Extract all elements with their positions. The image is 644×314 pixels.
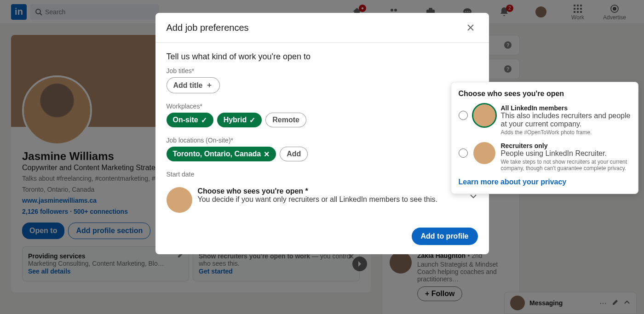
job-titles-label: Job titles* bbox=[167, 67, 478, 74]
learn-more-link[interactable]: Learn more about your privacy bbox=[459, 178, 567, 186]
start-date-label: Start date bbox=[167, 171, 478, 178]
job-preferences-modal: Add job preferences Tell us what kind of… bbox=[155, 13, 489, 254]
avatar-icon bbox=[473, 142, 495, 164]
option-title: All LinkedIn members bbox=[501, 104, 631, 112]
location-chip[interactable]: Toronto, Ontario, Canada ✕ bbox=[167, 147, 276, 161]
option-all-members[interactable]: All LinkedIn members This also includes … bbox=[459, 104, 631, 136]
workplace-onsite-chip[interactable]: On-site ✓ bbox=[167, 113, 213, 127]
locations-label: Job locations (On-site)* bbox=[167, 137, 478, 144]
option-note: Adds the #OpenToWork photo frame. bbox=[501, 129, 631, 136]
workplace-remote-chip[interactable]: Remote bbox=[265, 113, 306, 127]
workplaces-label: Workplaces* bbox=[167, 103, 478, 110]
modal-subheading: Tell us what kind of work you're open to bbox=[167, 52, 478, 62]
check-icon: ✓ bbox=[201, 116, 207, 125]
option-desc: People using LinkedIn Recruiter. bbox=[501, 149, 631, 158]
check-icon: ✓ bbox=[249, 116, 255, 125]
add-location-chip[interactable]: Add bbox=[280, 147, 308, 161]
option-recruiters-only[interactable]: Recruiters only People using LinkedIn Re… bbox=[459, 142, 631, 171]
option-desc: This also includes recruiters and people… bbox=[501, 112, 631, 128]
audience-selector[interactable]: Choose who sees you're open * You decide… bbox=[167, 187, 478, 213]
plus-icon: ＋ bbox=[206, 80, 213, 90]
modal-overlay: Add job preferences Tell us what kind of… bbox=[0, 0, 644, 314]
option-title: Recruiters only bbox=[501, 142, 631, 149]
close-button[interactable] bbox=[463, 20, 478, 35]
add-to-profile-button[interactable]: Add to profile bbox=[412, 228, 478, 245]
close-icon[interactable]: ✕ bbox=[264, 150, 270, 159]
audience-title: Choose who sees you're open * bbox=[198, 187, 463, 195]
modal-title: Add job preferences bbox=[167, 23, 249, 33]
option-note: We take steps to not show recruiters at … bbox=[501, 159, 631, 171]
avatar-icon bbox=[167, 187, 192, 213]
popover-title: Choose who sees you're open bbox=[459, 90, 631, 98]
radio-input[interactable] bbox=[459, 111, 468, 120]
avatar-open-to-work-icon bbox=[473, 104, 495, 126]
audience-subtitle: You decide if you want only recruiters o… bbox=[198, 195, 463, 204]
add-title-chip[interactable]: Add title ＋ bbox=[167, 77, 220, 93]
radio-input[interactable] bbox=[459, 148, 468, 158]
visibility-popover: Choose who sees you're open All LinkedIn… bbox=[451, 82, 638, 194]
workplace-hybrid-chip[interactable]: Hybrid ✓ bbox=[217, 113, 262, 127]
